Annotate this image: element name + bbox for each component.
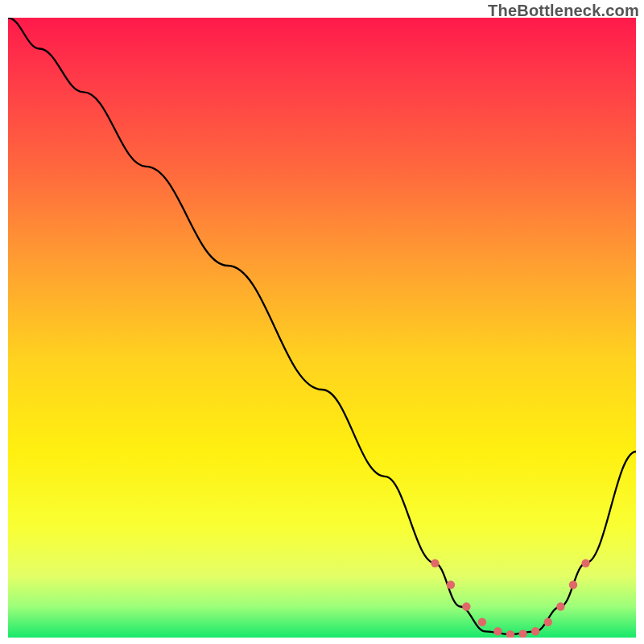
valley-marker	[462, 602, 470, 610]
valley-marker	[478, 618, 486, 626]
chart-container: TheBottleneck.com	[0, 0, 644, 644]
valley-marker	[431, 559, 439, 567]
valley-marker	[569, 580, 577, 588]
valley-marker	[556, 602, 564, 610]
valley-marker	[531, 627, 539, 635]
valley-marker	[447, 580, 455, 588]
valley-marker	[493, 627, 502, 635]
valley-marker	[581, 559, 589, 567]
bottleneck-chart	[8, 18, 636, 638]
valley-marker	[544, 618, 552, 626]
gradient-background	[8, 18, 636, 638]
